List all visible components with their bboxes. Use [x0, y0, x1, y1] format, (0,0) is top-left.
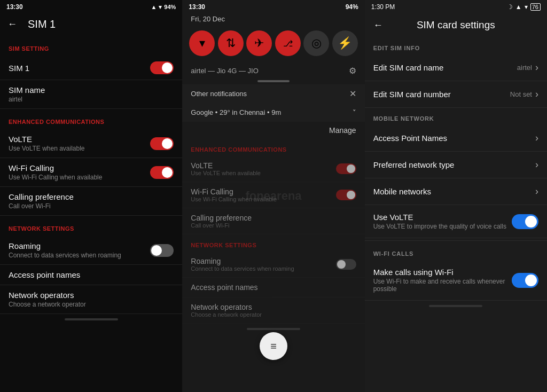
fab-icon: ≡: [270, 340, 277, 352]
battery-label-1: 94%: [164, 4, 176, 10]
data-tile[interactable]: ⇅: [218, 30, 244, 56]
signal-icon: ▲: [151, 4, 157, 10]
edit-sim-name-title: Edit SIM card name: [373, 63, 517, 72]
use-volte-row[interactable]: Use VoLTE Use VoLTE to improve the quali…: [365, 205, 547, 238]
roaming-sub-2: Connect to data services when roaming: [191, 265, 294, 272]
status-bar-3: 1:30 PM ☽ ▲ ▾ 76: [365, 0, 547, 13]
flashlight-tile-icon: ⚡: [338, 36, 352, 50]
wifi-calling-title-2: Wi-Fi Calling: [191, 187, 277, 196]
wifi-icon-3: ▾: [525, 3, 528, 11]
data-tile-icon: ⇅: [226, 36, 236, 50]
battery-label-2: 94%: [346, 3, 358, 11]
network-settings-label-1: NETWORK SETTINGS: [0, 216, 182, 236]
wifi-calling-row-1[interactable]: Wi-Fi Calling Use Wi-Fi Calling when ava…: [0, 158, 182, 187]
volte-row-1[interactable]: VoLTE Use VoLTE when available: [0, 129, 182, 158]
notif-source-bar: airtel — Jio 4G — JIO ⚙: [182, 61, 364, 80]
edit-sim-name-value: airtel: [517, 64, 532, 72]
calling-pref-title-2: Calling preference: [191, 214, 252, 222]
wifi-calling-toggle-2: [336, 190, 356, 200]
bluetooth-tile[interactable]: ⎇: [275, 30, 301, 56]
close-icon[interactable]: ✕: [349, 89, 356, 99]
calling-pref-sub-1: Call over Wi-Fi: [9, 202, 174, 210]
tag-tile[interactable]: ◎: [303, 30, 329, 56]
weather-row[interactable]: Google • 29° in Chennai • 9m ˅: [182, 103, 364, 122]
sim-name-value: airtel: [9, 96, 174, 103]
edit-sim-number-title: Edit SIM card number: [373, 90, 510, 99]
status-time-1: 13:30: [6, 3, 23, 11]
apn-title-2: Access point names: [191, 283, 257, 292]
signal-icon-3: ▲: [515, 3, 522, 11]
fab-button[interactable]: ≡: [260, 332, 287, 360]
status-bar-1: 13:30 ▲ ▾ 94%: [0, 0, 182, 13]
status-icons-1: ▲ ▾ 94%: [151, 4, 176, 11]
chevron-right-icon-2: ›: [535, 89, 538, 100]
roaming-title-1: Roaming: [9, 241, 150, 250]
edit-sim-number-row[interactable]: Edit SIM card number Not set ›: [365, 81, 547, 108]
roaming-toggle-2: [336, 259, 356, 270]
network-op-title-2: Network operators: [191, 303, 262, 311]
edit-sim-name-row[interactable]: Edit SIM card name airtel ›: [365, 54, 547, 81]
panel-sim-card-settings: 1:30 PM ☽ ▲ ▾ 76 ← SIM card settings EDI…: [365, 0, 547, 392]
make-calls-row[interactable]: Make calls using Wi-Fi Use Wi-Fi to make…: [365, 260, 547, 301]
wifi-calling-toggle-1[interactable]: [150, 166, 174, 179]
header-3: ← SIM card settings: [365, 13, 547, 37]
preferred-network-row[interactable]: Preferred network type ›: [365, 152, 547, 178]
tag-tile-icon: ◎: [311, 36, 322, 50]
network-settings-label-2: NETWORK SETTINGS: [182, 234, 364, 252]
wifi-calling-title-1: Wi-Fi Calling: [9, 163, 150, 173]
gear-icon[interactable]: ⚙: [349, 66, 356, 76]
chevron-right-icon-1: ›: [535, 62, 538, 73]
manage-button[interactable]: Manage: [182, 122, 364, 139]
edit-sim-number-value: Not set: [510, 90, 532, 98]
mobile-networks-row[interactable]: Mobile networks ›: [365, 178, 547, 205]
network-op-sub-1: Choose a network operator: [9, 301, 174, 308]
chevron-right-icon-4: ›: [535, 159, 538, 170]
bluetooth-tile-icon: ⎇: [283, 38, 293, 49]
header-1: ← SIM 1: [0, 13, 182, 36]
status-bar-2: 13:30 94%: [182, 0, 364, 13]
sim-name-row[interactable]: SIM name airtel: [0, 80, 182, 109]
flashlight-tile[interactable]: ⚡: [332, 30, 358, 56]
sim1-title: SIM 1: [9, 64, 150, 73]
airplane-tile[interactable]: ✈: [246, 30, 272, 56]
network-op-sub-2: Choose a network operator: [191, 311, 262, 318]
status-time-2: 13:30: [189, 3, 205, 11]
enhanced-label-2: ENHANCED COMMUNICATIONS: [182, 139, 364, 156]
volte-toggle-1[interactable]: [150, 137, 174, 150]
calling-pref-sub-2: Call over Wi-Fi: [191, 222, 252, 229]
use-volte-sub: Use VoLTE to improve the quality of voic…: [373, 223, 512, 230]
calling-pref-row-1[interactable]: Calling preference Call over Wi-Fi: [0, 187, 182, 216]
other-notif-title: Other notifications: [191, 90, 247, 98]
back-button-3[interactable]: ←: [373, 20, 383, 31]
roaming-row-2: Roaming Connect to data services when ro…: [182, 252, 364, 278]
make-calls-toggle[interactable]: [512, 273, 538, 288]
roaming-toggle-1[interactable]: [150, 244, 174, 257]
preferred-network-title: Preferred network type: [373, 160, 535, 169]
roaming-title-2: Roaming: [191, 257, 294, 265]
sim1-toggle[interactable]: [150, 61, 174, 74]
mobile-network-label: MOBILE NETWORK: [365, 108, 547, 125]
chevron-right-icon-5: ›: [535, 186, 538, 197]
network-op-row-2: Network operators Choose a network opera…: [182, 297, 364, 324]
sim-setting-label: SIM SETTING: [0, 36, 182, 56]
other-notif-bar: Other notifications ✕: [182, 84, 364, 103]
wifi-tile-icon: ▾: [199, 36, 205, 50]
volte-toggle-2: [336, 163, 356, 174]
apn-row-3[interactable]: Access Point Names ›: [365, 125, 547, 152]
apn-title-1: Access point names: [9, 270, 174, 279]
sim1-row[interactable]: SIM 1: [0, 56, 182, 80]
apn-row-1[interactable]: Access point names: [0, 265, 182, 285]
network-op-title-1: Network operators: [9, 291, 174, 300]
roaming-row-1[interactable]: Roaming Connect to data services when ro…: [0, 236, 182, 265]
calling-pref-row-2: Calling preference Call over Wi-Fi: [182, 208, 364, 234]
quick-tiles-row: ▾ ⇅ ✈ ⎇ ◎ ⚡: [182, 25, 364, 61]
wifi-tile[interactable]: ▾: [189, 30, 215, 56]
back-button-1[interactable]: ←: [7, 19, 17, 30]
panel-notification-shade: fonearena 13:30 94% Fri, 20 Dec ▾ ⇅ ✈ ⎇ …: [182, 0, 364, 392]
network-op-row-1[interactable]: Network operators Choose a network opera…: [0, 285, 182, 314]
volte-title-1: VoLTE: [9, 135, 150, 144]
wifi-calling-sub-2: Use Wi-Fi Calling when available: [191, 196, 277, 202]
use-volte-toggle[interactable]: [512, 214, 538, 229]
chevron-right-icon-3: ›: [535, 132, 538, 144]
battery-icon-3: 76: [530, 3, 541, 11]
